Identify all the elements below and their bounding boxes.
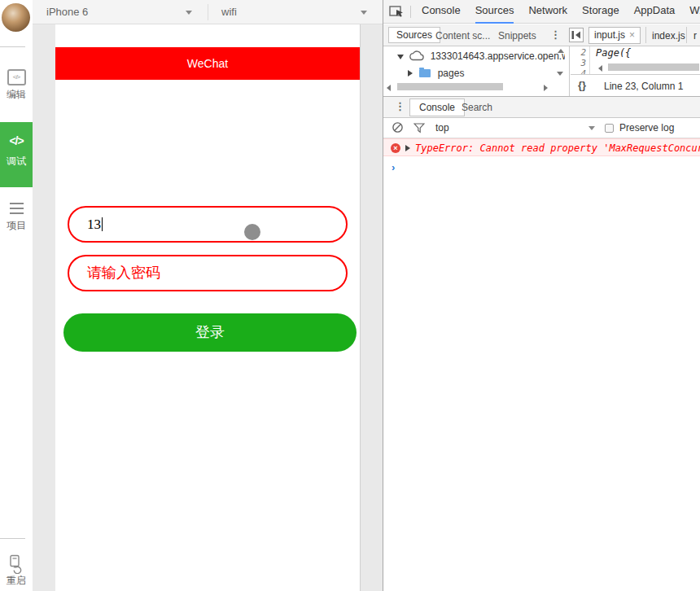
preserve-log-checkbox[interactable] [605, 124, 614, 133]
tab-wxml[interactable]: Wxml [689, 0, 700, 24]
tab-sources[interactable]: Sources [475, 0, 514, 24]
drawer-tab-search[interactable]: Search [462, 102, 492, 113]
sidebar-item-project[interactable]: 项目 [0, 203, 33, 233]
device-select[interactable]: iPhone 6 [46, 6, 88, 18]
simulator-toolbar: iPhone 6 wifi [33, 0, 383, 24]
chevron-down-icon[interactable] [588, 126, 595, 130]
expander-down-icon[interactable] [397, 55, 404, 59]
sidebar-item-label: 重启 [0, 574, 33, 588]
code-edit-icon: </> [7, 69, 26, 85]
scroll-down-icon[interactable] [557, 72, 563, 76]
console-header: ⋮ Console Search [383, 97, 700, 118]
tab-storage[interactable]: Storage [582, 0, 619, 24]
drawer-tab-console[interactable]: Console [409, 98, 465, 116]
tab-console[interactable]: Console [422, 0, 461, 24]
folder-icon [419, 69, 431, 77]
console-prompt-icon[interactable]: › [392, 161, 395, 173]
subtab-sources[interactable]: Sources [388, 27, 440, 43]
code-editor[interactable]: 2 3 4 Page({ [571, 46, 700, 74]
cloud-icon [409, 50, 425, 63]
sidebar-item-edit[interactable]: </> 编辑 [0, 68, 33, 102]
tree-item-label: pages [438, 68, 465, 79]
editor-tab-input-js[interactable]: input.js× [588, 27, 641, 44]
rail-divider-top [0, 46, 25, 47]
editor-status-bar: {} Line 23, Column 1 [571, 74, 700, 96]
horizontal-scrollbar-thumb[interactable] [397, 83, 503, 90]
clear-console-icon[interactable] [392, 121, 404, 137]
sidebar-item-label: 编辑 [0, 88, 33, 102]
overflow-menu-icon[interactable]: ⋮ [550, 28, 561, 41]
console-toolbar: top Preserve log [383, 118, 700, 138]
chevron-down-icon[interactable] [361, 11, 367, 15]
subtab-content-scripts[interactable]: Content sc... [435, 30, 490, 42]
phone-screen: WeChat 13 请输入密码 登录 [55, 24, 361, 591]
scroll-left-icon[interactable] [387, 85, 391, 91]
editor-tab-index-js[interactable]: index.js [652, 30, 685, 42]
toolbar-divider [208, 4, 208, 20]
horizontal-scrollbar-thumb[interactable] [608, 63, 699, 71]
password-placeholder: 请输入密码 [87, 265, 160, 281]
devtools-panel: Console Sources Network Storage AppData … [383, 0, 700, 591]
tab-divider [645, 27, 646, 43]
inspect-element-icon[interactable] [389, 5, 405, 19]
rail-divider-bottom [0, 538, 25, 539]
tree-row-appservice[interactable]: 1333014643.appservice.open.w [383, 50, 565, 65]
username-value: 13 [87, 217, 101, 232]
error-message: TypeError: Cannot read property 'MaxRequ… [415, 142, 700, 154]
sidebar-item-restart[interactable]: 重启 [0, 554, 33, 588]
tree-row-pages[interactable]: pages [383, 68, 464, 82]
line-number: 2 [580, 47, 586, 58]
line-number-gutter: 2 3 4 [571, 46, 590, 74]
sidebar-item-label: 调试 [0, 155, 33, 169]
login-button[interactable]: 登录 [63, 313, 357, 352]
close-icon[interactable]: × [629, 29, 635, 41]
preserve-log-label: Preserve log [619, 122, 674, 134]
left-rail: </> 编辑 </> 调试 项目 重启 [0, 0, 33, 591]
subtab-snippets[interactable]: Snippets [498, 30, 536, 42]
line-number: 3 [580, 58, 586, 68]
line-number: 4 [580, 68, 586, 74]
hide-navigator-icon[interactable] [569, 28, 584, 42]
pretty-print-icon[interactable]: {} [578, 79, 586, 91]
overflow-menu-icon[interactable]: ⋮ [395, 100, 405, 112]
console-error-row[interactable]: × TypeError: Cannot read property 'MaxRe… [383, 138, 700, 156]
touch-indicator-dot [244, 224, 260, 240]
scroll-up-icon[interactable] [558, 49, 564, 53]
editor-tab-partial[interactable]: r [693, 30, 697, 42]
expander-right-icon[interactable] [405, 145, 410, 151]
avatar[interactable] [2, 3, 30, 32]
list-icon [10, 203, 24, 214]
file-tree: 1333014643.appservice.open.w pages [383, 46, 570, 96]
network-select[interactable]: wifi [221, 6, 237, 18]
scroll-left-icon[interactable] [598, 65, 602, 72]
tree-item-label: 1333014643.appservice.open.w [431, 50, 565, 62]
error-icon: × [391, 143, 400, 153]
tabbar-divider [410, 6, 411, 18]
expander-right-icon[interactable] [408, 70, 413, 77]
filter-icon[interactable] [413, 122, 425, 137]
text-caret [102, 217, 103, 231]
page-title: WeChat [55, 47, 360, 80]
tab-appdata[interactable]: AppData [634, 0, 676, 24]
code-debug-icon: </> [0, 134, 33, 147]
code-line: Page({ [596, 47, 631, 59]
tab-divider [686, 27, 687, 43]
devtools-tabbar: Console Sources Network Storage AppData … [383, 0, 700, 24]
simulator-region: iPhone 6 wifi WeChat 13 请输入密码 登录 [33, 0, 383, 591]
execution-context-select[interactable]: top [435, 122, 449, 134]
chevron-down-icon[interactable] [186, 11, 192, 15]
username-input[interactable]: 13 [68, 206, 348, 243]
cursor-position: Line 23, Column 1 [604, 81, 683, 92]
tab-network[interactable]: Network [528, 0, 567, 24]
sidebar-item-label: 项目 [0, 219, 33, 233]
password-input[interactable]: 请输入密码 [68, 255, 348, 291]
wechat-devtools-window: </> 编辑 </> 调试 项目 重启 iP [0, 0, 700, 591]
sources-subbar: Sources Content sc... Snippets ⋮ input.j… [383, 24, 700, 46]
console-drawer: ⋮ Console Search top [383, 96, 700, 591]
scroll-right-icon[interactable] [544, 85, 548, 91]
restart-icon [8, 554, 24, 574]
devtools-tabs: Console Sources Network Storage AppData … [422, 0, 700, 24]
sidebar-item-debug[interactable]: </> 调试 [0, 122, 33, 187]
